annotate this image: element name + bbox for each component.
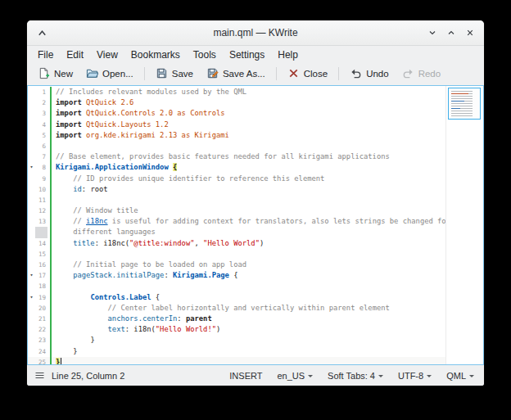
line-number: 15 [35, 249, 47, 260]
line-number: 9 [35, 174, 47, 184]
saved-line-marker [50, 324, 52, 335]
editor-lines[interactable]: 1// Includes relevant modules used by th… [28, 86, 446, 364]
titlebar[interactable]: main.qml — KWrite [27, 20, 484, 46]
code-line[interactable]: 12 // Window title [28, 205, 446, 216]
line-number: 6 [35, 141, 47, 151]
menu-tools[interactable]: Tools [187, 47, 223, 62]
code-line[interactable]: 2import QtQuick 2.6 [28, 97, 446, 108]
save-as-button[interactable]: Save As... [200, 65, 272, 83]
fold-spacer [28, 184, 35, 195]
code-line[interactable]: 9 // ID provides unique identifier to re… [28, 174, 446, 184]
save-button[interactable]: Save [149, 65, 200, 83]
saved-line-marker [50, 314, 52, 324]
code-line[interactable]: 13 // i18nc is useful for adding context… [28, 216, 446, 227]
fold-spacer [28, 324, 35, 335]
line-number: 5 [35, 130, 47, 141]
redo-button[interactable]: Redo [396, 65, 448, 83]
menu-view[interactable]: View [90, 47, 124, 62]
close-window-icon[interactable] [464, 27, 476, 38]
saved-line-marker [50, 270, 52, 281]
line-number: 1 [35, 87, 47, 97]
minimap-scrollbar[interactable] [445, 86, 483, 364]
undo-button[interactable]: Undo [343, 65, 396, 83]
new-button[interactable]: New [31, 65, 79, 83]
code-line[interactable]: 5import org.kde.kirigami 2.13 as Kirigam… [28, 130, 446, 141]
menu-edit[interactable]: Edit [60, 47, 90, 62]
code-text: anchors.centerIn: parent [56, 314, 212, 324]
line-number: 11 [35, 195, 47, 205]
syntax-mode-select[interactable]: QML [446, 371, 474, 381]
fold-spacer [28, 346, 35, 357]
fold-spacer [28, 335, 35, 345]
chevron-down-icon [308, 375, 313, 380]
line-number: 8 [35, 162, 47, 173]
fold-marker-icon[interactable]: ▾ [28, 162, 35, 173]
undo-button-label: Undo [366, 69, 389, 79]
line-number: 17 [35, 270, 47, 281]
code-line[interactable]: 24 } [28, 346, 446, 357]
maximize-icon[interactable] [445, 27, 457, 38]
line-number: 25 [35, 357, 47, 364]
input-mode[interactable]: INSERT [229, 371, 262, 381]
code-text: text: i18n("Hello World!") [56, 324, 220, 335]
saved-line-marker [50, 174, 52, 184]
minimap-content [451, 108, 460, 109]
minimap-view-indicator[interactable] [448, 88, 481, 120]
menubar: File Edit View Bookmarks Tools Settings … [27, 46, 484, 64]
kwrite-window: main.qml — KWrite File Edit View Bookmar… [27, 20, 484, 386]
document-close-icon [287, 67, 300, 81]
document-save-icon [156, 67, 168, 81]
code-line[interactable]: 6 [28, 141, 446, 151]
redo-button-label: Redo [418, 69, 441, 79]
cursor-position[interactable]: Line 25, Column 2 [52, 371, 124, 381]
code-line[interactable]: ▾19 Controls.Label { [28, 292, 446, 303]
code-line[interactable]: 15 [28, 249, 446, 260]
edit-undo-icon [350, 67, 362, 81]
code-text: } [56, 357, 61, 364]
code-line[interactable]: 25} [28, 357, 446, 364]
code-line[interactable]: ▾17 pageStack.initialPage: Kirigami.Page… [28, 270, 446, 281]
open-button[interactable]: Open... [79, 65, 140, 83]
fold-marker-icon[interactable]: ▾ [28, 292, 35, 303]
menu-file[interactable]: File [31, 47, 60, 62]
code-line[interactable]: different languages [28, 227, 446, 237]
statusbar: Line 25, Column 2 INSERT en_US Soft Tabs… [27, 365, 484, 386]
encoding-select[interactable]: UTF-8 [398, 371, 432, 381]
code-line[interactable]: 18 [28, 281, 446, 291]
statusbar-menu-icon[interactable] [35, 371, 44, 381]
code-line[interactable]: 11 [28, 195, 446, 205]
fold-spacer [28, 205, 35, 216]
code-line[interactable]: 7// Base element, provides basic feature… [28, 151, 446, 162]
code-line[interactable]: 3import QtQuick.Controls 2.0 as Controls [28, 108, 446, 119]
code-line[interactable]: 14 title: i18nc("@title:window", "Hello … [28, 238, 446, 249]
close-document-button[interactable]: Close [281, 65, 334, 83]
fold-spacer [28, 227, 35, 237]
code-line[interactable]: 23 } [28, 335, 446, 345]
code-line[interactable]: 21 anchors.centerIn: parent [28, 314, 446, 324]
code-line[interactable]: 1// Includes relevant modules used by th… [28, 87, 446, 97]
code-line[interactable]: 10 id: root [28, 184, 446, 195]
code-line[interactable]: 20 // Center label horizontally and vert… [28, 303, 446, 314]
code-text: } [56, 335, 95, 345]
code-line[interactable]: 4import QtQuick.Layouts 1.2 [28, 120, 446, 130]
indent-mode-select[interactable]: Soft Tabs: 4 [328, 371, 383, 381]
fold-spacer [28, 281, 35, 291]
text-editor[interactable]: 1// Includes relevant modules used by th… [27, 85, 484, 365]
edit-redo-icon [402, 67, 414, 81]
line-number: 3 [35, 108, 47, 119]
saved-line-marker [50, 357, 52, 364]
menu-bookmarks[interactable]: Bookmarks [124, 47, 187, 62]
document-open-icon [86, 67, 98, 81]
saved-line-marker [50, 292, 52, 303]
dictionary-select[interactable]: en_US [277, 371, 313, 381]
menu-settings[interactable]: Settings [223, 47, 271, 62]
code-line[interactable]: 22 text: i18n("Hello World!") [28, 324, 446, 335]
text-cursor [61, 358, 61, 364]
indent-mode-label: Soft Tabs: 4 [328, 371, 375, 381]
minimize-icon[interactable] [427, 27, 438, 38]
menu-help[interactable]: Help [271, 47, 305, 62]
code-line[interactable]: ▾8Kirigami.ApplicationWindow { [28, 162, 446, 173]
fold-marker-icon[interactable]: ▾ [28, 270, 35, 281]
code-line[interactable]: 16 // Initial page to be loaded on app l… [28, 260, 446, 270]
toolbar-separator [338, 67, 339, 80]
